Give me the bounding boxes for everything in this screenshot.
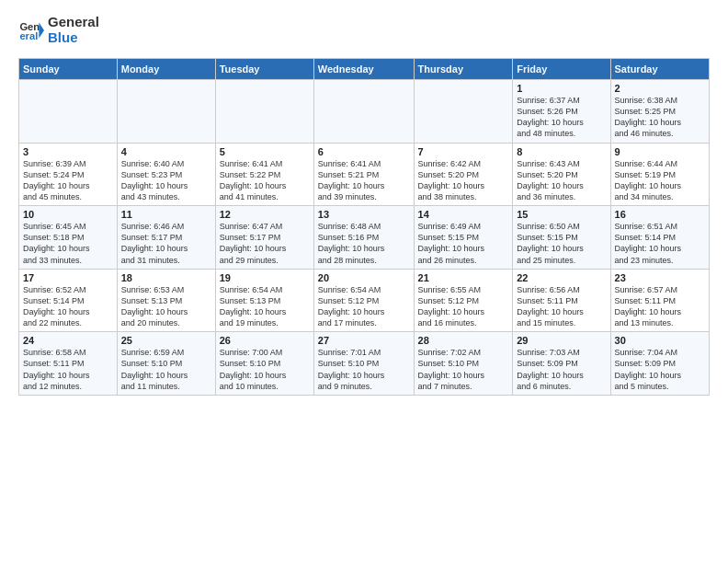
day-info: Sunrise: 6:39 AMSunset: 5:24 PMDaylight:… bbox=[23, 158, 113, 203]
calendar-day-3: 3Sunrise: 6:39 AMSunset: 5:24 PMDaylight… bbox=[19, 143, 118, 206]
calendar-day-19: 19Sunrise: 6:54 AMSunset: 5:13 PMDayligh… bbox=[215, 269, 313, 332]
day-number: 8 bbox=[517, 146, 606, 157]
day-number: 24 bbox=[23, 335, 113, 346]
day-info: Sunrise: 6:55 AMSunset: 5:12 PMDaylight:… bbox=[418, 284, 509, 329]
calendar-week-4: 17Sunrise: 6:52 AMSunset: 5:14 PMDayligh… bbox=[19, 269, 710, 332]
day-info: Sunrise: 6:59 AMSunset: 5:10 PMDaylight:… bbox=[121, 347, 211, 392]
calendar-day-29: 29Sunrise: 7:03 AMSunset: 5:09 PMDayligh… bbox=[513, 332, 610, 396]
calendar-week-1: 1Sunrise: 6:37 AMSunset: 5:26 PMDaylight… bbox=[19, 80, 710, 144]
day-info: Sunrise: 6:47 AMSunset: 5:17 PMDaylight:… bbox=[220, 221, 310, 266]
day-info: Sunrise: 6:54 AMSunset: 5:12 PMDaylight:… bbox=[318, 284, 410, 329]
day-number: 14 bbox=[418, 209, 509, 220]
day-info: Sunrise: 6:52 AMSunset: 5:14 PMDaylight:… bbox=[23, 284, 113, 329]
calendar-day-24: 24Sunrise: 6:58 AMSunset: 5:11 PMDayligh… bbox=[19, 332, 118, 396]
day-info: Sunrise: 6:42 AMSunset: 5:20 PMDaylight:… bbox=[418, 158, 509, 203]
weekday-header-sunday: Sunday bbox=[19, 59, 118, 80]
day-info: Sunrise: 6:38 AMSunset: 5:25 PMDaylight:… bbox=[615, 95, 705, 140]
weekday-header-tuesday: Tuesday bbox=[215, 59, 313, 80]
empty-cell bbox=[117, 80, 215, 144]
logo-icon: Gen eral bbox=[18, 17, 44, 43]
calendar-day-18: 18Sunrise: 6:53 AMSunset: 5:13 PMDayligh… bbox=[117, 269, 215, 332]
calendar-day-25: 25Sunrise: 6:59 AMSunset: 5:10 PMDayligh… bbox=[117, 332, 215, 396]
day-number: 21 bbox=[418, 272, 509, 283]
day-info: Sunrise: 6:58 AMSunset: 5:11 PMDaylight:… bbox=[23, 347, 113, 392]
day-info: Sunrise: 6:57 AMSunset: 5:11 PMDaylight:… bbox=[615, 284, 705, 329]
day-number: 6 bbox=[318, 146, 410, 157]
day-number: 13 bbox=[318, 209, 410, 220]
day-info: Sunrise: 6:49 AMSunset: 5:15 PMDaylight:… bbox=[418, 221, 509, 266]
day-info: Sunrise: 6:46 AMSunset: 5:17 PMDaylight:… bbox=[121, 221, 211, 266]
logo-text: General Blue bbox=[48, 15, 99, 45]
calendar-day-9: 9Sunrise: 6:44 AMSunset: 5:19 PMDaylight… bbox=[610, 143, 709, 206]
weekday-header-wednesday: Wednesday bbox=[313, 59, 414, 80]
day-number: 10 bbox=[23, 209, 113, 220]
calendar-day-12: 12Sunrise: 6:47 AMSunset: 5:17 PMDayligh… bbox=[215, 206, 313, 270]
page: Gen eral General Blue SundayMondayTuesda… bbox=[0, 0, 728, 405]
calendar-day-1: 1Sunrise: 6:37 AMSunset: 5:26 PMDaylight… bbox=[513, 80, 610, 144]
header: Gen eral General Blue bbox=[18, 15, 710, 45]
day-info: Sunrise: 6:41 AMSunset: 5:22 PMDaylight:… bbox=[220, 158, 310, 203]
day-number: 30 bbox=[615, 335, 705, 346]
calendar-day-5: 5Sunrise: 6:41 AMSunset: 5:22 PMDaylight… bbox=[215, 143, 313, 206]
day-info: Sunrise: 7:00 AMSunset: 5:10 PMDaylight:… bbox=[220, 347, 310, 392]
day-info: Sunrise: 7:03 AMSunset: 5:09 PMDaylight:… bbox=[517, 347, 606, 392]
day-info: Sunrise: 6:41 AMSunset: 5:21 PMDaylight:… bbox=[318, 158, 410, 203]
day-info: Sunrise: 6:50 AMSunset: 5:15 PMDaylight:… bbox=[517, 221, 606, 266]
calendar-body: 1Sunrise: 6:37 AMSunset: 5:26 PMDaylight… bbox=[19, 80, 710, 396]
calendar-day-8: 8Sunrise: 6:43 AMSunset: 5:20 PMDaylight… bbox=[513, 143, 610, 206]
day-info: Sunrise: 6:51 AMSunset: 5:14 PMDaylight:… bbox=[615, 221, 705, 266]
weekday-header-saturday: Saturday bbox=[610, 59, 709, 80]
day-number: 25 bbox=[121, 335, 211, 346]
calendar-day-26: 26Sunrise: 7:00 AMSunset: 5:10 PMDayligh… bbox=[215, 332, 313, 396]
calendar-day-17: 17Sunrise: 6:52 AMSunset: 5:14 PMDayligh… bbox=[19, 269, 118, 332]
logo: Gen eral General Blue bbox=[18, 15, 99, 45]
weekday-header-friday: Friday bbox=[513, 59, 610, 80]
empty-cell bbox=[215, 80, 313, 144]
calendar-day-21: 21Sunrise: 6:55 AMSunset: 5:12 PMDayligh… bbox=[414, 269, 513, 332]
day-number: 29 bbox=[517, 335, 606, 346]
calendar-day-11: 11Sunrise: 6:46 AMSunset: 5:17 PMDayligh… bbox=[117, 206, 215, 270]
day-number: 28 bbox=[418, 335, 509, 346]
calendar-table: SundayMondayTuesdayWednesdayThursdayFrid… bbox=[18, 58, 710, 396]
calendar-day-6: 6Sunrise: 6:41 AMSunset: 5:21 PMDaylight… bbox=[313, 143, 414, 206]
day-number: 17 bbox=[23, 272, 113, 283]
day-info: Sunrise: 6:48 AMSunset: 5:16 PMDaylight:… bbox=[318, 221, 410, 266]
day-info: Sunrise: 6:43 AMSunset: 5:20 PMDaylight:… bbox=[517, 158, 606, 203]
calendar-day-10: 10Sunrise: 6:45 AMSunset: 5:18 PMDayligh… bbox=[19, 206, 118, 270]
day-number: 22 bbox=[517, 272, 606, 283]
day-number: 12 bbox=[220, 209, 310, 220]
calendar-day-20: 20Sunrise: 6:54 AMSunset: 5:12 PMDayligh… bbox=[313, 269, 414, 332]
day-number: 27 bbox=[318, 335, 410, 346]
day-info: Sunrise: 7:04 AMSunset: 5:09 PMDaylight:… bbox=[615, 347, 705, 392]
calendar-day-15: 15Sunrise: 6:50 AMSunset: 5:15 PMDayligh… bbox=[513, 206, 610, 270]
calendar-day-30: 30Sunrise: 7:04 AMSunset: 5:09 PMDayligh… bbox=[610, 332, 709, 396]
empty-cell bbox=[313, 80, 414, 144]
day-info: Sunrise: 6:37 AMSunset: 5:26 PMDaylight:… bbox=[517, 95, 606, 140]
day-number: 1 bbox=[517, 83, 606, 94]
day-info: Sunrise: 6:53 AMSunset: 5:13 PMDaylight:… bbox=[121, 284, 211, 329]
day-number: 20 bbox=[318, 272, 410, 283]
day-number: 15 bbox=[517, 209, 606, 220]
weekday-header-thursday: Thursday bbox=[414, 59, 513, 80]
day-number: 7 bbox=[418, 146, 509, 157]
calendar-day-28: 28Sunrise: 7:02 AMSunset: 5:10 PMDayligh… bbox=[414, 332, 513, 396]
day-number: 18 bbox=[121, 272, 211, 283]
weekday-header-monday: Monday bbox=[117, 59, 215, 80]
day-number: 11 bbox=[121, 209, 211, 220]
day-number: 3 bbox=[23, 146, 113, 157]
day-number: 9 bbox=[615, 146, 705, 157]
day-info: Sunrise: 6:45 AMSunset: 5:18 PMDaylight:… bbox=[23, 221, 113, 266]
calendar-day-14: 14Sunrise: 6:49 AMSunset: 5:15 PMDayligh… bbox=[414, 206, 513, 270]
calendar-week-2: 3Sunrise: 6:39 AMSunset: 5:24 PMDaylight… bbox=[19, 143, 710, 206]
calendar-day-7: 7Sunrise: 6:42 AMSunset: 5:20 PMDaylight… bbox=[414, 143, 513, 206]
day-number: 2 bbox=[615, 83, 705, 94]
calendar-day-2: 2Sunrise: 6:38 AMSunset: 5:25 PMDaylight… bbox=[610, 80, 709, 144]
day-number: 23 bbox=[615, 272, 705, 283]
day-number: 16 bbox=[615, 209, 705, 220]
calendar-header: SundayMondayTuesdayWednesdayThursdayFrid… bbox=[19, 59, 710, 80]
calendar-day-22: 22Sunrise: 6:56 AMSunset: 5:11 PMDayligh… bbox=[513, 269, 610, 332]
day-info: Sunrise: 6:40 AMSunset: 5:23 PMDaylight:… bbox=[121, 158, 211, 203]
day-info: Sunrise: 6:56 AMSunset: 5:11 PMDaylight:… bbox=[517, 284, 606, 329]
day-info: Sunrise: 7:02 AMSunset: 5:10 PMDaylight:… bbox=[418, 347, 509, 392]
empty-cell bbox=[414, 80, 513, 144]
